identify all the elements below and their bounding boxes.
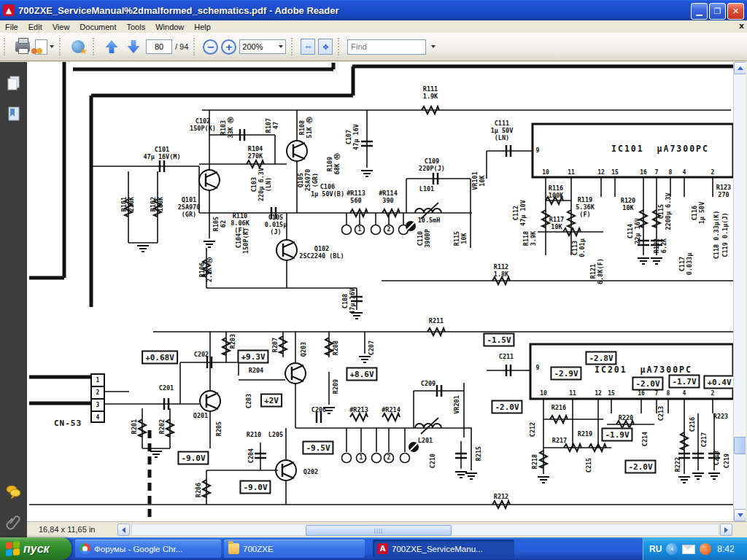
task-label: 700ZXE_ServiceManu... [392, 545, 483, 553]
app-tray-icon[interactable] [700, 543, 711, 555]
zoom-out-button[interactable]: − [203, 39, 218, 55]
arrow-up-icon [106, 40, 118, 53]
comments-panel-icon[interactable] [6, 483, 22, 499]
horizontal-scrollbar[interactable]: |||| [131, 524, 719, 536]
print-button[interactable] [13, 37, 32, 56]
scrolling-mode-button[interactable]: ⇿ [301, 39, 315, 55]
menu-item-file[interactable]: File [0, 22, 23, 32]
system-tray: RU ‹ 8:42 [643, 537, 747, 560]
hide-icons-chevron-icon[interactable]: ‹ [666, 543, 678, 555]
arrow-right-icon [724, 527, 728, 533]
chevron-down-icon [279, 45, 283, 48]
folder-icon [228, 543, 239, 554]
chrome-icon [80, 543, 90, 554]
bookmarks-panel-icon[interactable] [6, 106, 22, 122]
toolbar-grip [193, 38, 198, 55]
zoom-level-value: 200% [242, 42, 263, 51]
task-label: 700ZXE [243, 545, 274, 553]
attachments-panel-icon[interactable] [6, 514, 22, 530]
status-bar: 16,84 x 11,65 in |||| [27, 521, 747, 538]
pdf-icon: A [377, 543, 388, 554]
zoom-level-select[interactable]: 200% [239, 39, 286, 54]
next-page-button[interactable] [124, 37, 143, 56]
scroll-right-button[interactable] [720, 524, 732, 536]
chevron-down-icon [50, 45, 54, 48]
task-button-3[interactable]: A700ZXE_ServiceManu... [373, 540, 514, 558]
scroll-down-button[interactable] [734, 509, 746, 521]
create-pdf-online-button[interactable] [69, 37, 88, 56]
menubar: FileEditViewDocumentToolsWindowHelp [0, 20, 747, 34]
page-size-label: 16,84 x 11,65 in [34, 524, 99, 534]
pages-panel-icon[interactable] [6, 75, 22, 91]
taskbar-clock[interactable]: 8:42 [717, 544, 734, 554]
page-total-label: / 94 [175, 42, 188, 51]
menu-item-document[interactable]: Document [74, 22, 121, 32]
start-button[interactable]: пуск [0, 537, 71, 560]
vertical-scroll-thumb[interactable] [734, 437, 746, 454]
task-label: Форумы - Google Chr... [94, 545, 182, 553]
arrow-down-icon [738, 513, 743, 517]
toolbar-grip [291, 38, 295, 55]
maximize-button[interactable]: ❐ [709, 3, 726, 20]
scroll-left-button[interactable] [117, 524, 130, 536]
send-file-icon [35, 39, 47, 55]
horizontal-scroll-thumb[interactable]: |||| [306, 525, 452, 536]
window-title: 700ZXE_ServiceManual%2dmalformed_schemat… [18, 5, 339, 16]
toolbar-grip [4, 38, 8, 55]
arrow-up-icon [738, 66, 743, 70]
printer-icon [15, 42, 30, 52]
mail-tray-icon[interactable] [682, 545, 695, 554]
toolbar-grip [93, 38, 97, 55]
menu-item-tools[interactable]: Tools [122, 22, 151, 32]
schematic-drawing [27, 62, 733, 521]
menu-item-help[interactable]: Help [189, 22, 216, 32]
arrow-down-icon [128, 40, 140, 53]
scroll-up-button[interactable] [734, 62, 746, 74]
windows-flag-icon [6, 540, 20, 556]
task-button-1[interactable]: Форумы - Google Chr... [75, 540, 221, 558]
previous-page-button[interactable] [102, 37, 121, 56]
globe-icon [71, 40, 85, 53]
email-button[interactable] [35, 37, 54, 56]
pdf-page-canvas[interactable]: R111 1.9KC107 47µ 16VC102 150P(K)C101 47… [27, 62, 733, 521]
chevron-down-icon [431, 45, 436, 48]
toolbar: / 94 − + 200% ⇿ ✥ [0, 33, 747, 61]
find-input[interactable] [347, 39, 426, 55]
zoom-in-button[interactable]: + [221, 39, 236, 55]
document-close-button[interactable]: x [739, 21, 744, 31]
menu-item-edit[interactable]: Edit [23, 22, 47, 32]
taskbar: пуск Форумы - Google Chr...700ZXEA700ZXE… [0, 537, 747, 560]
language-indicator[interactable]: RU [649, 544, 662, 554]
minimize-button[interactable]: ▁ [691, 3, 708, 20]
navigation-pane [0, 62, 27, 537]
toolbar-grip [338, 38, 342, 55]
toolbar-grip [59, 38, 63, 55]
menu-item-view[interactable]: View [47, 22, 75, 32]
fit-page-button[interactable]: ✥ [318, 39, 333, 55]
menu-item-window[interactable]: Window [150, 22, 189, 32]
window-titlebar[interactable]: ▲ 700ZXE_ServiceManual%2dmalformed_schem… [0, 0, 747, 20]
arrow-left-icon [122, 527, 125, 533]
page-number-input[interactable] [146, 39, 172, 54]
start-label: пуск [23, 542, 50, 556]
close-button[interactable]: ✕ [727, 3, 744, 20]
task-button-2[interactable]: 700ZXE [224, 540, 365, 558]
adobe-reader-icon: ▲ [3, 4, 15, 16]
